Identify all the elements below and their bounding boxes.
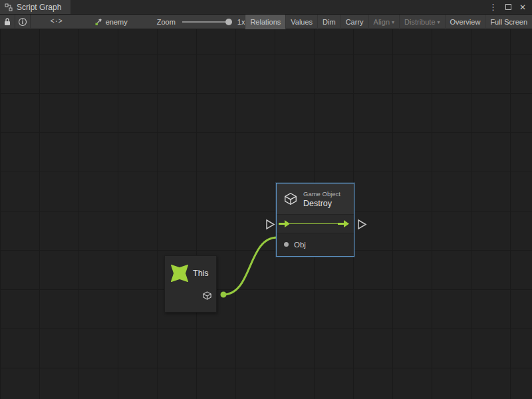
menu-icon[interactable]: ⋮ [489, 3, 497, 11]
node-this[interactable]: This [164, 255, 217, 313]
overview-button[interactable]: Overview [445, 15, 485, 29]
toolbar-button-group: Relations Values Dim Carry Align▾ Distri… [245, 15, 532, 29]
maximize-icon[interactable] [505, 4, 511, 10]
graph-asset-icon [94, 18, 102, 26]
values-button[interactable]: Values [285, 15, 317, 29]
flow-input-port[interactable] [267, 220, 274, 229]
game-object-cube-icon [283, 192, 298, 206]
distribute-button[interactable]: Distribute▾ [399, 15, 444, 29]
flow-through-arrows-icon [277, 215, 354, 233]
flow-relation-row [277, 215, 354, 233]
port-label: Obj [294, 241, 306, 249]
graph-canvas[interactable]: This Game Object Destroy [0, 29, 532, 399]
window-controls: ⋮ ✕ [489, 0, 532, 14]
zoom-label: Zoom [157, 18, 176, 26]
code-view-icon[interactable]: <·> [49, 15, 64, 29]
carry-button[interactable]: Carry [340, 15, 368, 29]
this-output-port[interactable] [221, 292, 227, 298]
chevron-down-icon: ▾ [392, 19, 394, 25]
lock-icon[interactable] [0, 15, 15, 29]
node-title: This [193, 269, 209, 278]
zoom-value: 1x [237, 18, 245, 26]
flow-output-port[interactable] [358, 220, 366, 229]
node-header: Game Object Destroy [277, 184, 354, 215]
game-object-cube-icon[interactable] [202, 291, 212, 301]
node-title: Destroy [303, 199, 340, 208]
dim-button[interactable]: Dim [317, 15, 340, 29]
graph-toolbar: <·> enemy Zoom 1x Relations Values Dim C… [0, 15, 532, 29]
node-category: Game Object [303, 190, 340, 198]
zoom-slider[interactable] [182, 21, 229, 23]
script-graph-window: Script Graph ⋮ ✕ <·> [0, 0, 532, 399]
relations-button[interactable]: Relations [245, 15, 285, 29]
align-button[interactable]: Align▾ [368, 15, 399, 29]
connection-wire[interactable] [223, 237, 277, 295]
tab-title: Script Graph [17, 3, 61, 12]
fullscreen-button[interactable]: Full Screen [485, 15, 532, 29]
zoom-slider-knob[interactable] [225, 19, 232, 25]
script-graph-icon [5, 3, 13, 11]
tab-bar: Script Graph ⋮ ✕ [0, 0, 532, 15]
this-self-icon [171, 265, 188, 282]
chevron-down-icon: ▾ [438, 19, 440, 25]
info-icon[interactable] [15, 15, 30, 29]
node-destroy[interactable]: Game Object Destroy Obj [276, 183, 354, 257]
obj-input-row: Obj [277, 233, 354, 255]
graph-breadcrumb[interactable]: enemy [94, 18, 128, 26]
obj-input-port[interactable] [284, 242, 289, 247]
close-icon[interactable]: ✕ [519, 3, 526, 11]
tab-script-graph[interactable]: Script Graph [0, 0, 70, 14]
graph-name-label: enemy [106, 18, 128, 26]
connections-overlay [0, 29, 532, 399]
toolbar-separator [30, 15, 31, 29]
